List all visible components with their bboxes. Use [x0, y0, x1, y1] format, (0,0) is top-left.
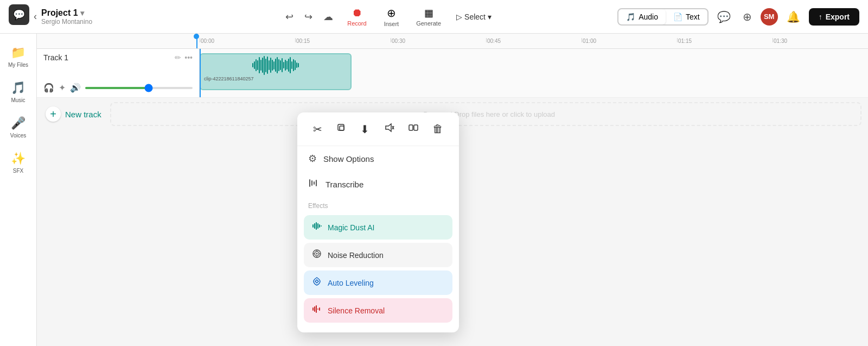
auto-leveling-button[interactable]: Auto Leveling	[304, 270, 452, 295]
sidebar-item-sfx[interactable]: ✨ SFX	[2, 146, 35, 179]
header-center: ↩ ↪ ☁ ⏺ Record ⊕ Insert ▦ Generate ▷ Sel…	[167, 4, 611, 29]
audio-clip-1[interactable]: clip-422218611840257	[200, 53, 352, 90]
ruler-mark-2: 00:30	[391, 38, 486, 44]
sidebar-voices-label: Voices	[10, 133, 26, 139]
volume-slider[interactable]	[85, 87, 193, 89]
mode-toggle: 🎵 Audio 📄 Text	[617, 8, 709, 26]
duplicate-button[interactable]	[331, 120, 351, 138]
sidebar-music-label: Music	[11, 97, 25, 103]
show-options-item[interactable]: ⚙ Show Options	[297, 146, 459, 171]
cut-button[interactable]: ✂	[309, 121, 327, 138]
magic-dust-button[interactable]: Magic Dust AI	[304, 215, 452, 240]
generate-icon: ▦	[424, 7, 433, 19]
transcribe-item[interactable]: Transcribe	[297, 171, 459, 198]
track-area: 00:00 00:15 00:30 00:45 01:00 01:15 01:3…	[37, 34, 868, 346]
svg-rect-25	[314, 306, 315, 312]
track-1-name: Track 1	[43, 53, 68, 62]
header-right: 🎵 Audio 📄 Text 💬 ⊕ SM 🔔 ↑ Export	[617, 7, 859, 27]
svg-rect-28	[319, 307, 320, 311]
ruler-mark-4: 01:00	[582, 38, 677, 44]
audio-mode-button[interactable]: 🎵 Audio	[618, 9, 666, 24]
noise-reduction-button[interactable]: Noise Reduction	[304, 243, 452, 267]
record-button[interactable]: ⏺ Record	[341, 4, 373, 29]
svg-marker-2	[386, 124, 391, 131]
svg-rect-26	[316, 305, 317, 313]
text-mode-button[interactable]: 📄 Text	[666, 9, 707, 24]
audio-mode-icon: 🎵	[626, 12, 635, 21]
clip-label: clip-422218611840257	[201, 76, 350, 83]
select-icon: ▷	[456, 12, 462, 21]
new-track-button[interactable]: + New track	[37, 102, 110, 126]
context-toolbar: ✂ ⬇	[297, 112, 459, 146]
ruler-mark-1: 00:15	[295, 38, 391, 44]
notification-button[interactable]: 🔔	[783, 7, 803, 27]
cloud-save-button[interactable]: ☁	[320, 8, 336, 26]
context-menu: ✂ ⬇	[297, 112, 459, 332]
select-label: Select	[464, 12, 486, 21]
mute-button[interactable]	[379, 120, 399, 138]
show-options-label: Show Options	[323, 154, 374, 163]
track-edit-button[interactable]: ✏	[175, 53, 181, 62]
sidebar-myfiles-label: My Files	[8, 62, 28, 68]
chat-button[interactable]: 💬	[714, 7, 734, 27]
main: 📁 My Files 🎵 Music 🎤 Voices ✨ SFX 00:00 …	[0, 34, 868, 346]
delete-button[interactable]: 🗑	[428, 121, 448, 137]
svg-rect-13	[316, 222, 317, 230]
header: 💬 ‹ Project 1 ▾ Sergio Montanino ↩ ↪ ☁ ⏺…	[0, 0, 868, 34]
sidebar: 📁 My Files 🎵 Music 🎤 Voices ✨ SFX	[0, 34, 37, 346]
sidebar-item-music[interactable]: 🎵 Music	[2, 76, 35, 109]
insert-button[interactable]: ⊕ Insert	[378, 4, 406, 29]
magic-button[interactable]: ✦	[59, 83, 66, 93]
project-info: Project 1 ▾ Sergio Montanino	[41, 8, 92, 26]
project-title-text: Project 1	[41, 8, 78, 18]
auto-leveling-label: Auto Leveling	[328, 279, 374, 287]
split-icon	[408, 122, 419, 133]
generate-label: Generate	[416, 20, 441, 27]
brand-icon: 💬	[9, 4, 29, 25]
upload-area[interactable]: ↑ Drag and Drop files here or click to u…	[110, 102, 861, 126]
download-button[interactable]: ⬇	[356, 121, 374, 138]
leveling-svg	[311, 276, 322, 287]
insert-label: Insert	[384, 21, 399, 27]
silence-removal-button[interactable]: Silence Removal	[304, 298, 452, 323]
silence-removal-label: Silence Removal	[328, 306, 385, 315]
track-more-button[interactable]: •••	[184, 53, 193, 62]
transcribe-icon	[308, 178, 319, 191]
track-1-content: clip-422218611840257	[200, 49, 868, 97]
ruler-mark-3: 00:45	[486, 38, 582, 44]
svg-rect-16	[321, 225, 322, 227]
header-left: 💬 ‹ Project 1 ▾ Sergio Montanino	[9, 4, 161, 29]
svg-rect-11	[312, 224, 314, 228]
svg-rect-12	[314, 223, 315, 229]
export-button[interactable]: ↑ Export	[809, 8, 859, 26]
svg-point-19	[316, 253, 318, 255]
undo-button[interactable]: ↩	[282, 8, 297, 26]
music-icon: 🎵	[11, 81, 25, 95]
text-mode-icon: 📄	[673, 12, 682, 21]
svg-rect-14	[317, 223, 318, 229]
redo-button[interactable]: ↪	[301, 8, 316, 26]
sidebar-item-myfiles[interactable]: 📁 My Files	[2, 40, 35, 73]
select-dropdown-icon: ▾	[488, 12, 492, 21]
export-label: Export	[826, 12, 850, 21]
headphone-button[interactable]: 🎧	[43, 83, 54, 93]
effects-label: Effects	[297, 198, 459, 212]
select-button[interactable]: ▷ Select ▾	[452, 10, 496, 23]
silence-removal-icon	[311, 304, 322, 317]
ruler-mark-6: 01:30	[773, 38, 868, 44]
sidebar-item-voices[interactable]: 🎤 Voices	[2, 111, 35, 144]
svg-rect-5	[409, 125, 413, 130]
duplicate-icon	[336, 122, 347, 133]
split-button[interactable]	[404, 120, 423, 138]
generate-button[interactable]: ▦ Generate	[410, 5, 448, 29]
svg-rect-7	[309, 179, 310, 187]
project-dropdown-icon[interactable]: ▾	[80, 9, 84, 17]
back-button[interactable]: ‹	[34, 11, 37, 22]
auto-leveling-icon	[311, 276, 322, 290]
volume-button[interactable]: 🔊	[70, 83, 81, 93]
noise-svg	[311, 248, 322, 259]
mute-icon	[384, 122, 394, 133]
track-1-label: Track 1 ✏ ••• 🎧 ✦ 🔊	[37, 49, 200, 97]
project-title: Project 1 ▾	[41, 8, 92, 18]
add-button[interactable]: ⊕	[739, 7, 755, 27]
